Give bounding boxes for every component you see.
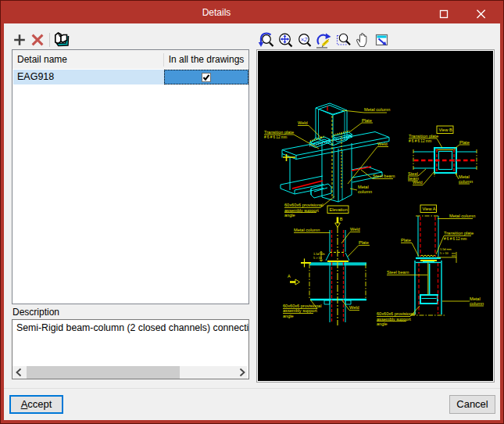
svg-text:# 6 # 6 12 mm: # 6 # 6 12 mm — [444, 237, 467, 241]
svg-text:# 6 # 6 12 mm: # 6 # 6 12 mm — [264, 135, 288, 139]
svg-text:1.5d mm: 1.5d mm — [313, 253, 325, 256]
svg-text:column: column — [459, 179, 473, 184]
svg-text:Plate: Plate — [362, 118, 372, 123]
svg-text:Plate: Plate — [459, 140, 470, 145]
svg-text:Transition plate: Transition plate — [264, 130, 294, 135]
svg-text:60x60x6 provisional: 60x60x6 provisional — [284, 203, 323, 207]
svg-text:Elevation: Elevation — [330, 207, 348, 212]
svg-text:View A: View A — [423, 207, 436, 211]
svg-text:Weld: Weld — [349, 305, 359, 310]
svg-text:angle: angle — [284, 213, 295, 217]
svg-text:# 6 # 6 12 mm: # 6 # 6 12 mm — [409, 139, 432, 143]
svg-text:Weld: Weld — [413, 180, 423, 185]
svg-text:angle: angle — [377, 322, 388, 326]
svg-text:Metal column: Metal column — [294, 228, 320, 232]
svg-text:5 > 10: 5 > 10 — [440, 252, 449, 255]
svg-text:×2: ×2 — [301, 36, 308, 43]
svg-text:5 > 10: 5 > 10 — [313, 257, 322, 260]
svg-text:Steel beam: Steel beam — [387, 270, 409, 275]
svg-text:angle: angle — [283, 314, 294, 318]
svg-text:assembly support: assembly support — [283, 308, 317, 313]
svg-text:Transition plate: Transition plate — [444, 231, 474, 235]
svg-text:A: A — [288, 274, 291, 278]
svg-text:Transition plate: Transition plate — [409, 134, 438, 138]
svg-text:60x60x6 provisional: 60x60x6 provisional — [283, 304, 321, 308]
svg-text:60x60x6 provisional: 60x60x6 provisional — [377, 311, 415, 316]
svg-text:Steel beam: Steel beam — [373, 174, 395, 178]
svg-text:column: column — [470, 301, 484, 306]
svg-text:Weld: Weld — [298, 120, 308, 125]
svg-text:1.5d mm: 1.5d mm — [440, 248, 452, 251]
svg-text:B: B — [340, 217, 343, 221]
svg-text:column: column — [358, 189, 372, 194]
svg-text:Metal column: Metal column — [449, 214, 475, 218]
svg-text:Weld: Weld — [350, 227, 360, 232]
svg-text:Weld: Weld — [377, 142, 388, 146]
svg-text:assembly support: assembly support — [377, 317, 411, 322]
svg-text:Plate: Plate — [359, 240, 369, 245]
svg-text:assembly support: assembly support — [284, 208, 319, 213]
svg-text:View B: View B — [439, 128, 453, 132]
svg-text:Plate: Plate — [401, 238, 411, 243]
svg-text:Metal column: Metal column — [364, 107, 390, 112]
